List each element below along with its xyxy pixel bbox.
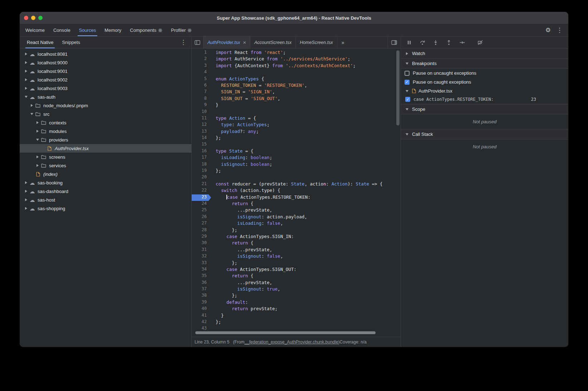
- breakpoint-file-group[interactable]: AuthProvider.tsx: [401, 86, 568, 95]
- line-number-gutter[interactable]: 32: [192, 253, 211, 260]
- line-number-gutter[interactable]: 39: [192, 300, 211, 306]
- line-number-gutter[interactable]: 38: [192, 293, 211, 299]
- pause-uncaught-checkbox[interactable]: [405, 71, 410, 76]
- tree-item-localhost-8081[interactable]: ☁localhost:8081: [20, 50, 191, 58]
- code-text[interactable]: isLoading: boolean;: [211, 155, 272, 161]
- code-editor[interactable]: 1import React from 'react';2import AuthS…: [192, 49, 401, 337]
- line-number-gutter[interactable]: 3: [192, 63, 211, 69]
- code-text[interactable]: };: [211, 293, 237, 299]
- chevron-right-icon[interactable]: [23, 207, 29, 210]
- chevron-right-icon[interactable]: [23, 198, 29, 201]
- editor-tab-authprovider-tsx[interactable]: AuthProvider.tsx×: [204, 36, 250, 48]
- code-text[interactable]: type: ActionTypes;: [211, 122, 270, 128]
- close-icon[interactable]: ×: [243, 39, 246, 45]
- tree-item-sas-host[interactable]: ☁sas-host: [20, 196, 191, 204]
- code-text[interactable]: ...prevState,: [211, 280, 272, 286]
- code-text[interactable]: type State = {: [211, 148, 253, 155]
- tab-sources[interactable]: Sources: [75, 24, 101, 36]
- line-number-gutter[interactable]: 17: [192, 155, 211, 161]
- code-text[interactable]: import {AuthContext} from '../contexts/A…: [211, 63, 356, 69]
- code-text[interactable]: case ActionTypes.SIGN_OUT:: [211, 267, 297, 273]
- navigator-tab-snippets[interactable]: Snippets: [58, 36, 84, 48]
- tree-item-index[interactable]: (index): [20, 170, 191, 178]
- line-number-gutter[interactable]: 30: [192, 240, 211, 247]
- line-number-gutter[interactable]: 27: [192, 221, 211, 227]
- code-text[interactable]: }: [211, 102, 219, 109]
- line-number-gutter[interactable]: 28: [192, 227, 211, 234]
- line-number-gutter[interactable]: 33: [192, 260, 211, 267]
- line-number-gutter[interactable]: 41: [192, 313, 211, 319]
- code-text[interactable]: [211, 174, 219, 181]
- tree-item-sas-dashboard[interactable]: ☁sas-dashboard: [20, 187, 191, 196]
- breakpoint-entry[interactable]: ✓ case ActionTypes.RESTORE_TOKEN: 23: [401, 95, 568, 104]
- zoom-window-button[interactable]: [38, 16, 43, 20]
- editor-tab-homescreen-tsx[interactable]: HomeScreen.tsx: [296, 36, 337, 48]
- tree-item-localhost-9001[interactable]: ☁localhost:9001: [20, 67, 191, 75]
- line-number-gutter[interactable]: 26: [192, 214, 211, 221]
- line-number-gutter[interactable]: 40: [192, 306, 211, 312]
- navigator-kebab-menu-icon[interactable]: ⋮: [175, 36, 191, 48]
- chevron-down-icon[interactable]: [23, 96, 29, 98]
- chevron-right-icon[interactable]: [23, 78, 29, 81]
- code-text[interactable]: };: [211, 168, 221, 174]
- tree-item-authprovider-tsx[interactable]: AuthProvider.tsx: [20, 144, 191, 153]
- line-number-gutter[interactable]: 15: [192, 142, 211, 148]
- code-text[interactable]: };: [211, 319, 221, 326]
- chevron-right-icon[interactable]: [35, 130, 40, 133]
- step-over-icon[interactable]: [419, 39, 426, 46]
- line-number-gutter[interactable]: 31: [192, 247, 211, 253]
- call-stack-section-header[interactable]: Call Stack: [401, 129, 568, 139]
- tree-item-sas-booking[interactable]: ☁sas-booking: [20, 178, 191, 187]
- code-text[interactable]: isSignout: false,: [211, 253, 283, 260]
- code-text[interactable]: case ActionTypes.SIGN_IN:: [211, 234, 294, 240]
- line-number-gutter[interactable]: 2: [192, 56, 211, 63]
- line-number-gutter[interactable]: 37: [192, 286, 211, 293]
- step-icon[interactable]: [459, 39, 465, 46]
- code-text[interactable]: };: [211, 260, 237, 267]
- line-number-gutter[interactable]: 1: [192, 50, 211, 56]
- chevron-down-icon[interactable]: [29, 113, 34, 115]
- breakpoints-section-header[interactable]: Breakpoints: [401, 59, 568, 69]
- chevron-right-icon[interactable]: [23, 181, 29, 184]
- line-number-gutter[interactable]: 4: [192, 69, 211, 76]
- code-text[interactable]: default:: [211, 300, 248, 306]
- settings-gear-icon[interactable]: ⚙: [545, 27, 551, 33]
- code-text[interactable]: }: [211, 313, 224, 319]
- pause-icon[interactable]: [406, 39, 412, 46]
- tab-profiler[interactable]: Profiler: [167, 24, 196, 36]
- debugger-panel-toggle-icon[interactable]: [387, 36, 401, 48]
- code-text[interactable]: return {: [211, 201, 253, 207]
- code-text[interactable]: type Action = {: [211, 115, 256, 122]
- horizontal-scrollbar[interactable]: [195, 331, 376, 334]
- code-text[interactable]: ...prevState,: [211, 247, 272, 253]
- breakpoint-checkbox[interactable]: ✓: [405, 97, 410, 102]
- pause-caught-checkbox[interactable]: ✓: [405, 80, 410, 85]
- line-number-gutter[interactable]: 9: [192, 102, 211, 109]
- line-number-gutter[interactable]: 5: [192, 76, 211, 83]
- line-number-gutter[interactable]: 10: [192, 109, 211, 115]
- line-number-gutter[interactable]: 42: [192, 319, 211, 326]
- line-number-gutter[interactable]: 7: [192, 89, 211, 95]
- chevron-right-icon[interactable]: [23, 190, 29, 193]
- deactivate-breakpoints-icon[interactable]: [477, 39, 484, 46]
- line-number-gutter[interactable]: 22: [192, 188, 211, 194]
- tree-item-providers[interactable]: providers: [20, 135, 191, 144]
- line-number-gutter[interactable]: 24: [192, 201, 211, 207]
- origin-bundle-link[interactable]: __federation_expose_AuthProvider.chunk.b…: [244, 340, 338, 345]
- watch-section-header[interactable]: Watch: [401, 49, 568, 59]
- line-number-gutter[interactable]: 8: [192, 96, 211, 102]
- line-number-gutter[interactable]: 14: [192, 135, 211, 142]
- tree-item-localhost-9002[interactable]: ☁localhost:9002: [20, 75, 191, 84]
- code-text[interactable]: return {: [211, 273, 253, 279]
- code-text[interactable]: ...prevState,: [211, 207, 272, 214]
- chevron-right-icon[interactable]: [35, 164, 40, 167]
- kebab-menu-icon[interactable]: ⋮: [557, 27, 563, 33]
- step-into-icon[interactable]: [432, 39, 439, 46]
- code-text[interactable]: [211, 142, 219, 148]
- line-number-gutter[interactable]: 6: [192, 83, 211, 89]
- tab-components[interactable]: Components: [126, 24, 167, 36]
- pause-caught-row[interactable]: ✓ Pause on caught exceptions: [401, 78, 568, 86]
- line-number-gutter[interactable]: 34: [192, 267, 211, 273]
- chevron-right-icon[interactable]: [35, 121, 40, 124]
- line-number-gutter[interactable]: 20: [192, 174, 211, 181]
